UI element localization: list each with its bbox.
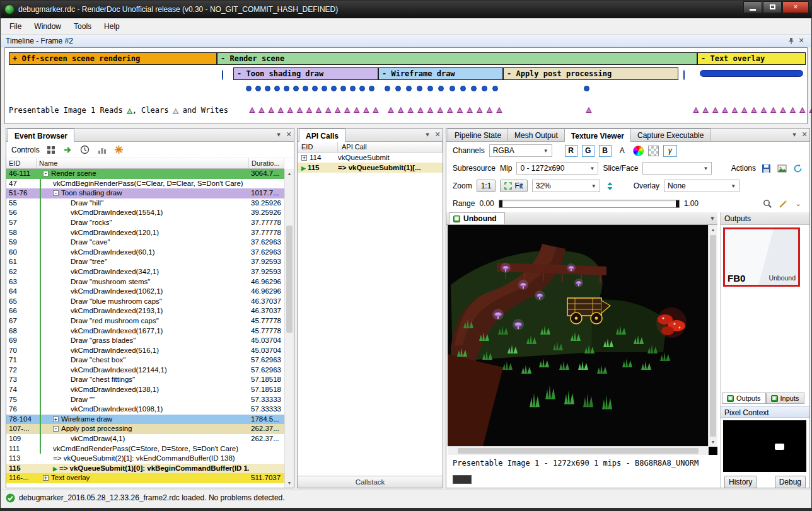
tree-expander-icon[interactable]: - <box>43 171 49 176</box>
event-row[interactable]: 75Draw ""57.33333 <box>6 395 284 405</box>
timeline-block-render-scene[interactable]: - Render scene <box>217 52 697 65</box>
tab-event-browser[interactable]: Event Browser <box>8 129 74 142</box>
event-row[interactable]: 107-...-Apply post processing262.37... <box>6 424 284 434</box>
tab-texture-viewer[interactable]: Texture Viewer <box>564 129 631 142</box>
timeline-dots-toon[interactable] <box>246 84 374 92</box>
pixel-context-canvas[interactable] <box>723 420 806 472</box>
event-row[interactable]: 58vkCmdDrawIndexed(120,1)37.77778 <box>6 228 284 238</box>
timeline-block-wireframe[interactable]: - Wireframe draw <box>378 67 503 80</box>
close-icon[interactable]: ✕ <box>432 129 443 139</box>
api-calls-column-headers[interactable]: EID API Call <box>298 142 443 152</box>
save-texture-icon[interactable] <box>760 163 772 174</box>
event-row[interactable]: 47vkCmdBeginRenderPass(C=Clear, D=Clear,… <box>6 179 284 189</box>
timeline-header[interactable]: Timeline - Frame #2 ✕ <box>1 35 811 47</box>
texture-viewport[interactable]: ▲▼ <box>448 225 717 455</box>
channel-b-button[interactable]: B <box>599 145 612 157</box>
tree-expander-icon[interactable]: + <box>301 155 307 161</box>
event-row[interactable]: 55Draw "hill"39.25926 <box>6 198 284 209</box>
menu-file[interactable]: File <box>3 20 28 33</box>
event-row[interactable]: 78-104+Wireframe draw1784.5... <box>6 415 284 425</box>
close-icon[interactable]: ✕ <box>284 129 294 139</box>
tree-expander-icon[interactable]: - <box>53 190 59 196</box>
viewport-vscrollbar[interactable]: ▲▼ <box>708 225 717 447</box>
event-row[interactable]: 73Draw "chest fittings"57.18518 <box>6 375 284 385</box>
pin-icon[interactable] <box>786 36 796 46</box>
open-image-icon[interactable] <box>776 163 787 174</box>
chevron-down-icon[interactable]: ▾ <box>707 213 717 223</box>
event-row[interactable]: 109vkCmdDraw(4,1)262.37... <box>6 434 284 444</box>
timeline-block-postproc[interactable]: - Apply post processing <box>503 67 678 80</box>
gamma-button[interactable]: γ <box>663 145 677 157</box>
tree-expander-icon[interactable]: + <box>43 475 49 481</box>
range-min-handle[interactable] <box>499 200 502 207</box>
event-row[interactable]: 59Draw "cave"37.62963 <box>6 238 284 248</box>
statistics-icon[interactable] <box>96 144 108 156</box>
zoom-range-icon[interactable] <box>762 198 773 209</box>
tab-outputs[interactable]: ▣ Outputs <box>722 393 766 404</box>
timeline-block-toon[interactable]: - Toon shading draw <box>233 67 378 80</box>
api-call-row[interactable]: +114vkQueueSubmit <box>298 152 443 163</box>
timeline-block-text-overlay[interactable]: - Text overlay <box>697 52 806 65</box>
tab-capture-executable[interactable]: Capture Executable <box>630 129 710 141</box>
column-eid[interactable]: EID <box>298 142 338 152</box>
channel-g-button[interactable]: G <box>582 145 594 157</box>
writes-triangle-group[interactable]: ▲▲▲▲▲▲▲▲▲▲▲▲▲▲ <box>250 105 378 113</box>
menu-window[interactable]: Window <box>28 20 67 33</box>
mip-select[interactable]: 0 - 1272x690▼ <box>516 162 598 175</box>
autofit-wand-icon[interactable] <box>777 198 789 209</box>
close-icon[interactable]: ✕ <box>799 129 809 139</box>
bookmark-icon[interactable] <box>113 144 125 156</box>
event-row[interactable]: 111vkCmdEndRenderPass(C=Store, D=Store, … <box>6 444 284 454</box>
writes-triangle-group[interactable]: ▲▲▲▲▲▲▲▲▲▲▲▲ <box>388 105 502 113</box>
filter-icon[interactable] <box>45 144 57 156</box>
tab-pipeline-state[interactable]: Pipeline State <box>448 129 508 141</box>
flip-vertical-icon[interactable] <box>605 180 616 192</box>
zoom-percent-select[interactable]: 32%▼ <box>532 180 600 192</box>
tab-mesh-output[interactable]: Mesh Output <box>508 129 565 141</box>
column-eid[interactable]: EID <box>6 158 37 168</box>
overlay-select[interactable]: None▼ <box>664 180 740 192</box>
tree-expander-icon[interactable]: - <box>53 426 59 432</box>
timeline-dots-postproc[interactable] <box>584 84 591 92</box>
event-row[interactable]: 116-...+Text overlay511.7037 <box>6 473 284 483</box>
timeline-block-offscreen[interactable]: + Off-screen scene rendering <box>9 52 217 65</box>
event-row[interactable]: 74vkCmdDrawIndexed(138,1)57.18518 <box>6 385 284 395</box>
fb0-thumbnail[interactable]: FB0 Unbound <box>723 227 800 287</box>
event-row[interactable]: 51-76-Toon shading draw1017.7... <box>6 188 284 198</box>
toolbar-overflow-icon[interactable]: ⌄ <box>793 198 803 209</box>
event-row[interactable]: 67Draw "red mushroom caps"45.77778 <box>6 316 284 326</box>
jump-to-event-icon[interactable] <box>62 144 74 156</box>
writes-triangle-group[interactable]: ▲▲▲▲▲▲▲▲▲▲▲▲▲ <box>693 105 812 113</box>
event-row[interactable]: 70vkCmdDrawIndexed(516,1)45.03704 <box>6 346 284 356</box>
color-wheel-icon[interactable] <box>633 146 644 156</box>
close-button[interactable]: × <box>782 1 809 13</box>
checkerboard-background-icon[interactable] <box>648 146 659 156</box>
event-row[interactable]: 56vkCmdDrawIndexed(1554,1)39.25926 <box>6 208 284 218</box>
chevron-down-icon[interactable]: ▾ <box>789 129 799 139</box>
event-row[interactable]: 62vkCmdDrawIndexed(342,1)37.92593 <box>6 267 284 277</box>
refresh-icon[interactable] <box>792 163 803 174</box>
zoom-fit-button[interactable]: Fit <box>500 180 527 192</box>
tree-expander-icon[interactable]: + <box>53 416 59 422</box>
tab-api-calls[interactable]: API Calls <box>299 129 345 142</box>
writes-triangle-group[interactable]: ▲ <box>586 105 595 113</box>
channels-select[interactable]: RGBA▼ <box>489 144 552 157</box>
chevron-down-icon[interactable]: ▾ <box>274 129 284 139</box>
slice-face-select[interactable]: ▼ <box>642 162 712 175</box>
api-call-row[interactable]: ▶115=> vkQueueSubmit(1)[... <box>298 163 443 173</box>
menu-help[interactable]: Help <box>98 20 126 33</box>
tab-inputs[interactable]: ▣ Inputs <box>766 393 804 404</box>
event-row[interactable]: 69Draw "grass blades"45.03704 <box>6 336 284 346</box>
timeline-dot-render-begin[interactable] <box>222 71 223 79</box>
viewport-hscrollbar[interactable] <box>448 446 709 455</box>
timeline-text-overlay-bar[interactable] <box>700 70 803 77</box>
event-browser-scrollbar[interactable]: ▲ ▼ <box>284 169 294 488</box>
event-browser-column-headers[interactable]: EID Name Duratio... <box>6 158 284 169</box>
timeline-dot-render-end[interactable] <box>683 71 685 79</box>
event-row[interactable]: 64vkCmdDrawIndexed(1062,1)46.96296 <box>6 287 284 297</box>
title-bar[interactable]: debugmarker.rdc - RenderDoc Unofficial r… <box>1 1 811 18</box>
event-row[interactable]: 115▶=> vkQueueSubmit(1)[0]: vkBeginComma… <box>6 464 284 474</box>
event-row[interactable]: 66vkCmdDrawIndexed(2193,1)46.37037 <box>6 306 284 316</box>
timeline-dots-wireframe[interactable] <box>385 84 498 92</box>
column-name[interactable]: Name <box>37 158 249 168</box>
